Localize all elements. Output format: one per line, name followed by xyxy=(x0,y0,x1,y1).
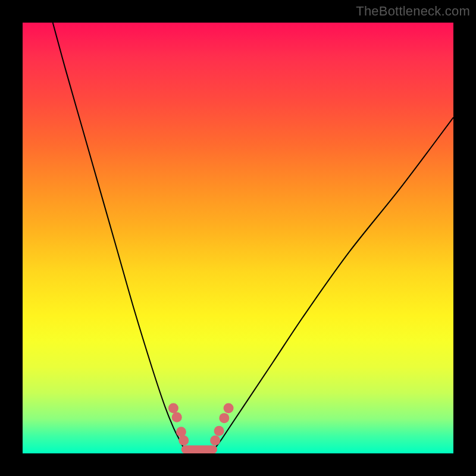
watermark-text: TheBottleneck.com xyxy=(356,4,470,19)
curve-marker xyxy=(214,426,224,436)
chart-svg xyxy=(23,23,453,453)
curve-markers xyxy=(168,403,234,445)
curve-marker xyxy=(178,436,189,446)
curve-marker xyxy=(176,427,186,437)
left-curve xyxy=(53,23,184,449)
curve-marker xyxy=(219,413,229,423)
curve-marker xyxy=(172,412,182,422)
curve-marker xyxy=(210,436,220,446)
curve-marker xyxy=(168,403,178,413)
right-curve xyxy=(214,117,453,449)
curve-marker xyxy=(224,403,234,413)
plot-area xyxy=(23,23,453,453)
chart-container: TheBottleneck.com xyxy=(0,0,476,476)
